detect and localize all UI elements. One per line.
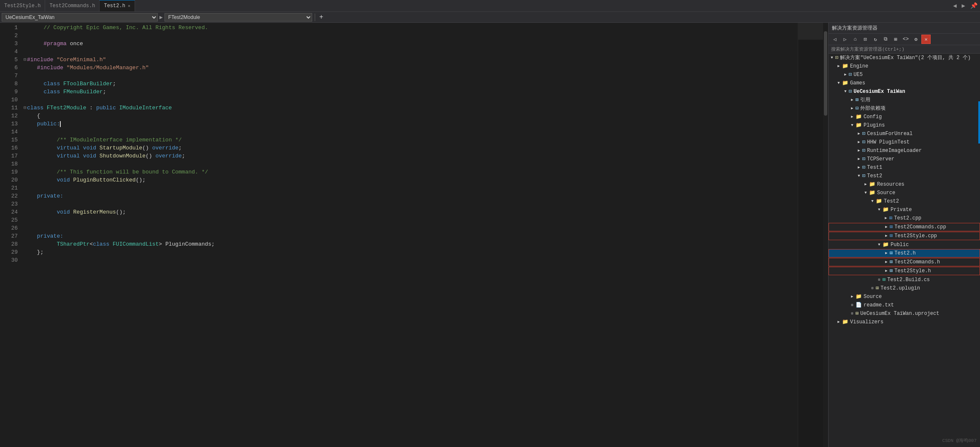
code-line-16: virtual void StartupModule() override; [24,144,798,152]
tree-test2commands-cpp[interactable]: ▶ ⊞ Test2Commands.cpp [829,223,980,231]
tab-scroll-left[interactable]: ◀ [950,2,959,9]
tree-label-test2style-h: Test2Style.h [894,267,931,275]
tree-label-test2-build: Test2.Build.cs [887,276,930,284]
tree-uecesiumex[interactable]: ▼ ⊡ UeCesiumEx TaiWan [829,87,980,96]
tree-cesium[interactable]: ▶ ⊡ CesiumForUnreal [829,130,980,138]
tree-imageloader[interactable]: ▶ ⊡ RuntimeImageLoader [829,146,980,155]
tab-test2style[interactable]: Test2Style.h [0,0,45,11]
tree-test2commands-h[interactable]: ▶ ⊞ Test2Commands.h [829,258,980,266]
tree-label-uproject: UeCesiumEx TaiWan.uproject [860,309,939,318]
folder-icon: 📁 [856,121,862,130]
tree-uproject[interactable]: ⊟ ⊞ UeCesiumEx TaiWan.uproject [829,309,980,318]
tree-test2-uplugin[interactable]: ⊟ ⊞ Test2.uplugin [829,284,980,293]
tree-tcpserver[interactable]: ▶ ⊡ TCPServer [829,155,980,163]
tree-test2-source[interactable]: ▼ 📁 Test2 [829,197,980,206]
tab-scroll-right[interactable]: ▶ [959,2,968,9]
tree-solution-root[interactable]: ▼ ⊡ 解决方案"UeCesiumEx TaiWan"(2 个项目, 共 2 个… [829,54,980,62]
tree-games[interactable]: ▼ 📁 Games [829,79,980,87]
copy-btn[interactable]: ⧉ [881,35,890,44]
search-placeholder: 搜索解决方案资源管理器(Ctrl+;) [831,47,904,52]
code-view-btn[interactable]: <> [901,35,910,44]
ue5-icon: ⊡ [849,70,852,79]
refresh-btn[interactable]: ↻ [871,35,880,44]
folder-icon: 📁 [883,206,889,214]
tree-label-imageloader: RuntimeImageLoader [867,146,922,155]
context-selector-1[interactable]: UeCesiumEx_TaiWan [2,13,158,22]
tree-test2-cpp[interactable]: ▶ ⊞ Test2.cpp [829,214,980,222]
tree-source[interactable]: ▼ 📁 Source [829,189,980,197]
minimap-viewport [798,23,823,40]
tree-public[interactable]: ▼ 📁 Public [829,241,980,249]
solution-icon: ⊡ [835,54,838,62]
nav-forward-btn[interactable]: ▷ [840,35,850,44]
tree-test2-build[interactable]: ⊟ ⊞ Test2.Build.cs [829,276,980,284]
code-line-10 [24,96,798,104]
tree-hhw[interactable]: ▶ ⊡ HHW PluginTest [829,138,980,146]
cpp-file-icon: ⊞ [889,214,892,222]
close-panel-btn[interactable]: ✕ [921,35,931,44]
tree-test2-h[interactable]: ▶ ⊞ Test2.h [829,249,980,257]
tab-test2commands[interactable]: Test2Commands.h [45,0,100,11]
solution-tree[interactable]: ▼ ⊡ 解决方案"UeCesiumEx TaiWan"(2 个项目, 共 2 个… [829,54,980,447]
sync-btn[interactable]: ⊡ [861,35,870,44]
solution-explorer-header: 解决方案资源管理器 [829,23,980,34]
arrow-icon: ▶ [856,138,862,146]
solution-explorer-panel: 解决方案资源管理器 ◁ ▷ ⌂ ⊡ ↻ ⧉ ⊞ <> ⚙ ✕ 搜索解决方案资源管… [828,23,980,447]
scrollbar-thumb[interactable] [824,31,827,116]
code-line-14 [24,128,798,136]
code-line-24: void RegisterMenus(); [24,208,798,216]
arrow-icon: ▶ [849,113,856,121]
code-line-25 [24,216,798,224]
code-line-18 [24,160,798,168]
tree-resources[interactable]: ▶ 📁 Resources [829,180,980,189]
tree-test2style-h[interactable]: ▶ ⊞ Test2Style.h [829,267,980,275]
settings-btn[interactable]: ⊞ [891,35,900,44]
solution-label: 解决方案"UeCesiumEx TaiWan"(2 个项目, 共 2 个) [840,54,971,62]
code-line-20: void PluginButtonClicked(); [24,176,798,184]
code-editor[interactable]: // Copyright Epic Games, Inc. All Rights… [21,23,798,447]
tree-ue5[interactable]: ▶ ⊡ UE5 [829,70,980,79]
folder-icon: 📁 [856,113,862,121]
tree-plugins[interactable]: ▼ 📁 Plugins [829,121,980,130]
tree-label-uecesiumex: UeCesiumEx TaiWan [853,87,905,96]
plugin-icon: ⊡ [862,138,865,146]
tree-references[interactable]: ▶ ⊞ 引用 [829,96,980,104]
tree-label-resources: Resources [877,180,904,189]
tree-test1[interactable]: ▶ ⊡ Test1 [829,163,980,172]
nav-back-btn[interactable]: ◁ [830,35,840,44]
code-line-12: { [24,112,798,120]
home-btn[interactable]: ⌂ [850,35,860,44]
tab-pin[interactable]: 📌 [968,2,980,9]
folder-icon: 📁 [842,318,848,326]
tree-test2[interactable]: ▼ ⊡ Test2 [829,172,980,180]
toolbar-separator [315,14,315,21]
tree-private[interactable]: ▼ 📁 Private [829,206,980,214]
tree-external-deps[interactable]: ▶ ⊟ 外部依赖项 [829,104,980,113]
arrow-icon: ▶ [849,104,856,113]
collapse-icon-11[interactable]: ⊟ [24,104,26,112]
tree-test2style-cpp[interactable]: ▶ ⊞ Test2Style.cpp [829,232,980,240]
code-line-4 [24,48,798,56]
tree-engine[interactable]: ▶ 📁 Engine [829,62,980,70]
tree-source-top[interactable]: ▶ 📁 Source [829,293,980,301]
arrow-icon: ▶ [883,249,890,257]
context-selector-2[interactable]: FTest2Module [165,13,312,22]
tree-label-test2: Test2 [867,172,882,180]
tree-visualizers[interactable]: ▶ 📁 Visualizers [829,318,980,326]
code-line-6: #include "Modules/ModuleManager.h" [24,64,798,72]
arrow-icon: ▼ [869,197,876,206]
vertical-scrollbar[interactable] [823,23,828,447]
collapse-icon-5[interactable]: ⊟ [24,56,26,64]
properties-btn[interactable]: ⚙ [911,35,921,44]
arrow-icon: ▶ [862,180,869,189]
arrow-icon: ▶ [849,96,856,104]
arrow-icon: ▼ [876,241,883,249]
tree-readme[interactable]: ⊟ 📄 readme.txt [829,301,980,309]
tree-label-test2commands-h: Test2Commands.h [894,258,940,266]
tab-test2h[interactable]: Test2.h ✕ [100,0,135,11]
add-button[interactable]: + [318,14,325,21]
tree-label-config: Config [864,113,882,121]
tree-config[interactable]: ▶ 📁 Config [829,113,980,121]
close-icon[interactable]: ✕ [128,3,130,8]
tree-label-ue5: UE5 [853,70,863,79]
